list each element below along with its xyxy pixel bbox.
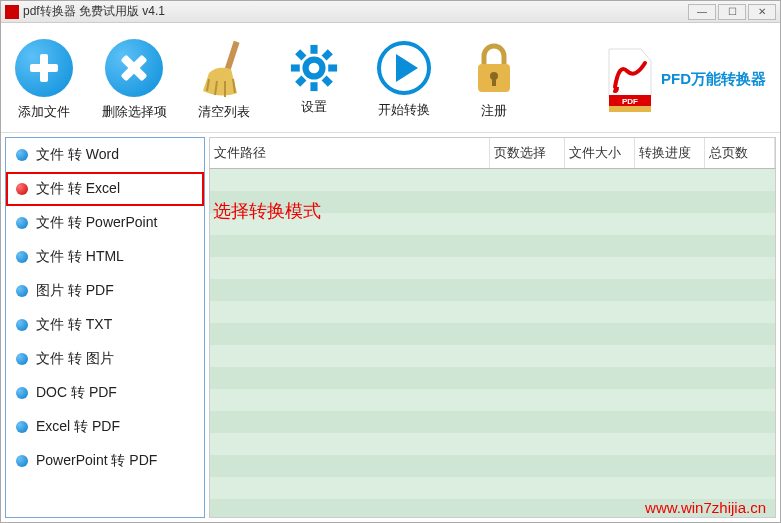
content-area: 文件 转 Word 文件 转 Excel 文件 转 PowerPoint 文件 …: [1, 133, 780, 522]
sidebar-item-xlstopdf[interactable]: Excel 转 PDF: [6, 410, 204, 444]
bullet-icon: [16, 149, 28, 161]
bullet-icon: [16, 251, 28, 263]
sidebar-item-excel[interactable]: 文件 转 Excel: [6, 172, 204, 206]
minimize-button[interactable]: —: [688, 4, 716, 20]
clear-list-button[interactable]: 清空列表: [189, 39, 259, 121]
col-progress[interactable]: 转换进度: [635, 138, 705, 168]
sidebar-item-label: 文件 转 HTML: [36, 248, 124, 266]
close-button[interactable]: ✕: [748, 4, 776, 20]
svg-rect-16: [609, 106, 651, 112]
app-icon: [5, 5, 19, 19]
bullet-icon: [16, 319, 28, 331]
sidebar-item-label: 文件 转 PowerPoint: [36, 214, 157, 232]
bullet-icon: [16, 285, 28, 297]
svg-rect-4: [291, 64, 300, 71]
svg-rect-9: [322, 75, 333, 86]
maximize-button[interactable]: ☐: [718, 4, 746, 20]
col-path[interactable]: 文件路径: [210, 138, 490, 168]
add-file-label: 添加文件: [18, 103, 70, 121]
sidebar-item-label: 文件 转 Excel: [36, 180, 120, 198]
sidebar-item-imgtopdf[interactable]: 图片 转 PDF: [6, 274, 204, 308]
sidebar: 文件 转 Word 文件 转 Excel 文件 转 PowerPoint 文件 …: [5, 137, 205, 518]
bullet-icon: [16, 455, 28, 467]
start-convert-button[interactable]: 开始转换: [369, 41, 439, 119]
svg-rect-6: [322, 49, 333, 60]
sidebar-item-label: DOC 转 PDF: [36, 384, 117, 402]
main-panel: 文件路径 页数选择 文件大小 转换进度 总页数: [209, 137, 776, 518]
svg-rect-13: [492, 78, 496, 86]
remove-selected-button[interactable]: 删除选择项: [99, 39, 169, 121]
bullet-icon: [16, 183, 28, 195]
play-icon: [377, 41, 431, 95]
x-icon: [105, 39, 163, 97]
title-bar: pdf转换器 免费试用版 v4.1 — ☐ ✕: [1, 1, 780, 23]
svg-text:PDF: PDF: [622, 97, 638, 106]
table-header: 文件路径 页数选择 文件大小 转换进度 总页数: [209, 137, 776, 169]
sidebar-item-word[interactable]: 文件 转 Word: [6, 138, 204, 172]
svg-rect-2: [310, 44, 317, 53]
brand-text: PFD万能转换器: [661, 70, 766, 89]
bullet-icon: [16, 387, 28, 399]
svg-rect-7: [295, 75, 306, 86]
sidebar-item-ppttopdf[interactable]: PowerPoint 转 PDF: [6, 444, 204, 478]
settings-button[interactable]: 设置: [279, 44, 349, 116]
sidebar-item-label: 图片 转 PDF: [36, 282, 114, 300]
svg-rect-8: [295, 49, 306, 60]
bullet-icon: [16, 353, 28, 365]
register-label: 注册: [481, 102, 507, 120]
sidebar-item-doctopdf[interactable]: DOC 转 PDF: [6, 376, 204, 410]
lock-icon: [469, 40, 519, 96]
svg-rect-0: [225, 40, 240, 70]
watermark-text: www.win7zhijia.cn: [645, 499, 766, 516]
svg-rect-3: [310, 82, 317, 91]
settings-label: 设置: [301, 98, 327, 116]
window-title: pdf转换器 免费试用版 v4.1: [23, 3, 165, 20]
sidebar-item-txt[interactable]: 文件 转 TXT: [6, 308, 204, 342]
svg-rect-5: [328, 64, 337, 71]
sidebar-item-img[interactable]: 文件 转 图片: [6, 342, 204, 376]
brand-area: PDF PFD万能转换器: [601, 47, 772, 113]
sidebar-item-label: 文件 转 TXT: [36, 316, 112, 334]
sidebar-item-html[interactable]: 文件 转 HTML: [6, 240, 204, 274]
toolbar: 添加文件 删除选择项 清空列表: [1, 23, 780, 133]
clear-label: 清空列表: [198, 103, 250, 121]
start-label: 开始转换: [378, 101, 430, 119]
bullet-icon: [16, 217, 28, 229]
col-size[interactable]: 文件大小: [565, 138, 635, 168]
register-button[interactable]: 注册: [459, 40, 529, 120]
bullet-icon: [16, 421, 28, 433]
sidebar-item-label: 文件 转 图片: [36, 350, 114, 368]
col-pages[interactable]: 页数选择: [490, 138, 565, 168]
sidebar-item-label: 文件 转 Word: [36, 146, 119, 164]
sidebar-item-label: PowerPoint 转 PDF: [36, 452, 157, 470]
remove-label: 删除选择项: [102, 103, 167, 121]
gear-icon: [290, 44, 338, 92]
add-file-button[interactable]: 添加文件: [9, 39, 79, 121]
plus-icon: [15, 39, 73, 97]
sidebar-item-powerpoint[interactable]: 文件 转 PowerPoint: [6, 206, 204, 240]
annotation-text: 选择转换模式: [213, 199, 321, 223]
pdf-icon: PDF: [601, 47, 655, 113]
sidebar-item-label: Excel 转 PDF: [36, 418, 120, 436]
col-total[interactable]: 总页数: [705, 138, 775, 168]
broom-icon: [197, 39, 251, 97]
svg-point-10: [309, 62, 320, 73]
app-window: pdf转换器 免费试用版 v4.1 — ☐ ✕ 添加文件 删除选择项 清空列表: [0, 0, 781, 523]
